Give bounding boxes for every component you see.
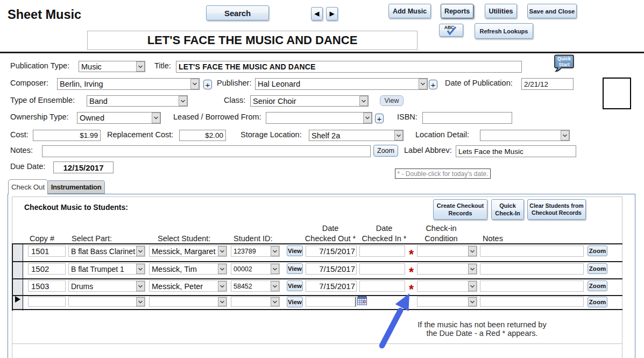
svg-text:Start: Start [558,62,570,67]
svg-text:Quick: Quick [557,56,571,61]
